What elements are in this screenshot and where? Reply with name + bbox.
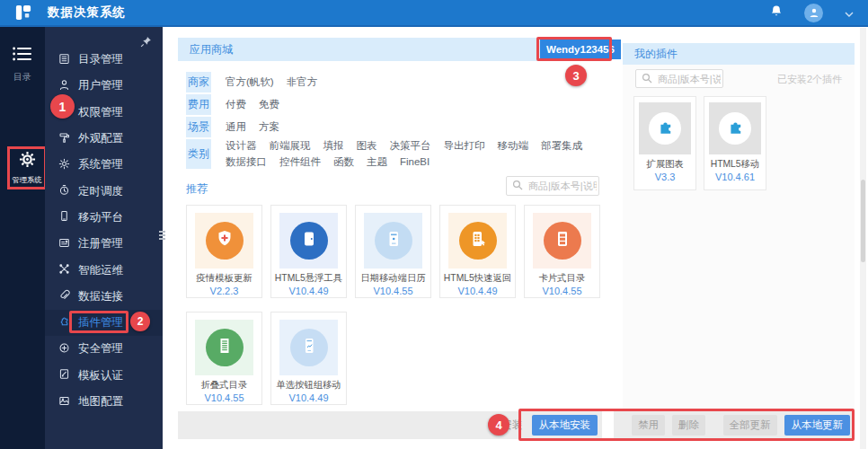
sidebar-item-template-cert[interactable]: 模板认证	[45, 363, 163, 389]
plugin-version: V10.4.61	[704, 172, 766, 183]
plugin-card[interactable]: 折叠式目录V10.4.55	[186, 312, 262, 405]
plugin-card-image	[533, 213, 591, 269]
filter-option[interactable]: 设计器	[226, 139, 257, 153]
rail-item-directory[interactable]: 目录	[0, 47, 45, 84]
filter-option[interactable]: 填报	[323, 139, 344, 153]
filter-option[interactable]: 数据接口	[226, 155, 267, 169]
lock-icon	[58, 105, 70, 119]
local-update-button[interactable]: 从本地更新	[784, 415, 851, 436]
search-icon	[512, 178, 523, 194]
sidebar-item-mobile-platform[interactable]: 移动平台	[45, 205, 163, 231]
scrollbar-thumb[interactable]	[861, 180, 865, 262]
sidebar-item-label: 注册管理	[78, 236, 123, 251]
sidebar-item-data-connection[interactable]: 数据连接	[45, 284, 163, 310]
sidebar-item-label: 定时调度	[78, 184, 123, 199]
sidebar-item-intelligent-ops[interactable]: 智能运维	[45, 257, 163, 283]
plugin-version: V2.2.3	[187, 286, 261, 297]
filter-option[interactable]: 官方(帆软)	[226, 75, 274, 89]
filter-option[interactable]: FineBI	[400, 155, 430, 169]
filter-option[interactable]: 图表	[357, 139, 377, 153]
filter-option[interactable]: 免费	[259, 98, 279, 111]
installed-count-note: 已安装2个插件	[777, 73, 842, 86]
filter-option[interactable]: 部署集成	[541, 139, 582, 153]
sidebar-item-plugin-management[interactable]: 插件管理	[45, 310, 163, 336]
plugin-card-image	[364, 213, 422, 269]
sidebar-item-appearance[interactable]: 外观配置	[45, 126, 163, 152]
filter-option[interactable]: 非官方	[287, 75, 318, 89]
installed-plugin-card[interactable]: HTML5移动V10.4.61	[704, 96, 766, 190]
plugin-card-image	[709, 102, 761, 154]
user-icon	[58, 79, 70, 93]
search-icon	[642, 71, 652, 87]
sidebar-item-registration[interactable]: 注册管理	[45, 231, 163, 257]
sidebar-item-schedule[interactable]: 定时调度	[45, 178, 163, 204]
sidebar-collapse-handle[interactable]	[159, 231, 165, 242]
plugin-glyph-icon	[214, 335, 235, 360]
sidebar-item-permissions[interactable]: 权限管理	[45, 100, 163, 126]
filter-label: 费用	[186, 94, 211, 115]
my-plugins-search-input[interactable]	[656, 73, 722, 85]
plugin-name: 日期移动端日历	[358, 272, 428, 283]
recommended-grid-row2: 折叠式目录V10.4.55单选按钮组移动V10.4.49	[186, 312, 347, 405]
filter-option[interactable]: 导出打印	[444, 139, 485, 153]
filter-option[interactable]: 前端展现	[270, 139, 311, 153]
installed-plugin-card[interactable]: 扩展图表V3.3	[633, 96, 696, 190]
plugin-card-image	[639, 102, 691, 154]
plugin-name: 扩展图表	[636, 158, 694, 169]
rail-item-admin-system[interactable]: 管理系统	[7, 146, 47, 189]
sidebar-item-label: 模板认证	[78, 368, 123, 383]
sidebar-item-label: 目录管理	[78, 52, 123, 67]
filter-row: 类别设计器前端展现填报图表决策平台导出打印移动端部署集成数据接口控件组件函数主题…	[186, 139, 600, 169]
store-filters: 商家官方(帆软)非官方费用付费免费场景通用方案类别设计器前端展现填报图表决策平台…	[186, 72, 600, 171]
chevron-down-icon[interactable]	[845, 4, 854, 21]
sidebar-item-users[interactable]: 用户管理	[45, 73, 163, 99]
plugin-name: 单选按钮组移动	[273, 379, 343, 390]
sidebar-item-label: 系统管理	[78, 157, 123, 172]
user-avatar[interactable]	[804, 4, 823, 22]
plugin-card[interactable]: 单选按钮组移动V10.4.49	[270, 312, 347, 405]
my-plugins-footer-bar: 禁用 删除 全部更新 从本地更新	[614, 411, 855, 439]
app-title: 数据决策系统	[48, 4, 126, 21]
plugin-card[interactable]: HTML5快速返回V10.4.49	[439, 205, 516, 298]
filter-row: 场景通用方案	[186, 117, 600, 137]
bell-icon[interactable]	[770, 4, 783, 22]
store-header: 应用商城 Wendy123456	[178, 38, 604, 61]
plugin-card[interactable]: HTML5悬浮工具V10.4.49	[270, 205, 347, 298]
filter-row: 费用付费免费	[186, 94, 600, 115]
sidebar-item-map-config[interactable]: 地图配置	[45, 389, 163, 415]
update-all-button[interactable]: 全部更新	[723, 415, 777, 436]
filter-option[interactable]: 通用	[226, 120, 246, 134]
paperclip-icon	[58, 289, 70, 304]
filter-option[interactable]: 主题	[367, 155, 387, 169]
sidebar-item-security[interactable]: 安全管理	[45, 336, 163, 362]
plugin-version: V10.4.55	[525, 286, 599, 297]
sidebar-item-system[interactable]: 系统管理	[45, 152, 163, 178]
filter-option[interactable]: 函数	[333, 155, 354, 169]
sidebar-item-catalog[interactable]: 目录管理	[45, 47, 163, 73]
sidebar-item-label: 安全管理	[78, 341, 123, 357]
sidebar-item-label: 用户管理	[78, 78, 123, 93]
local-install-button[interactable]: 从本地安装	[532, 415, 598, 436]
shield-plus-icon	[58, 342, 70, 357]
rail-admin-label: 管理系统	[12, 174, 41, 185]
sidebar-item-label: 数据连接	[78, 289, 123, 304]
filter-option[interactable]: 方案	[259, 120, 279, 134]
disable-button[interactable]: 禁用	[632, 415, 665, 436]
plugin-card[interactable]: 卡片式目录V10.4.55	[524, 205, 600, 298]
plugin-card[interactable]: 疫情模板更新V2.2.3	[186, 205, 262, 298]
directory-list-icon	[13, 48, 32, 64]
store-search-input[interactable]	[527, 180, 598, 192]
app-logo-icon	[15, 4, 31, 21]
filter-option[interactable]: 付费	[226, 98, 246, 111]
plugin-glyph-icon	[214, 228, 235, 253]
sidebar-item-label: 插件管理	[78, 315, 123, 330]
delete-button[interactable]: 删除	[672, 415, 705, 436]
plugin-card[interactable]: 日期移动端日历V10.4.55	[355, 205, 431, 298]
filter-option[interactable]: 控件组件	[279, 155, 321, 169]
filter-option[interactable]: 决策平台	[390, 139, 431, 153]
plugin-version: V10.4.49	[271, 286, 346, 297]
map-icon	[58, 395, 70, 409]
filter-option[interactable]: 移动端	[498, 139, 529, 153]
plugin-name: HTML5快速返回	[442, 272, 512, 283]
logged-in-user-button[interactable]: Wendy123456	[540, 40, 621, 59]
